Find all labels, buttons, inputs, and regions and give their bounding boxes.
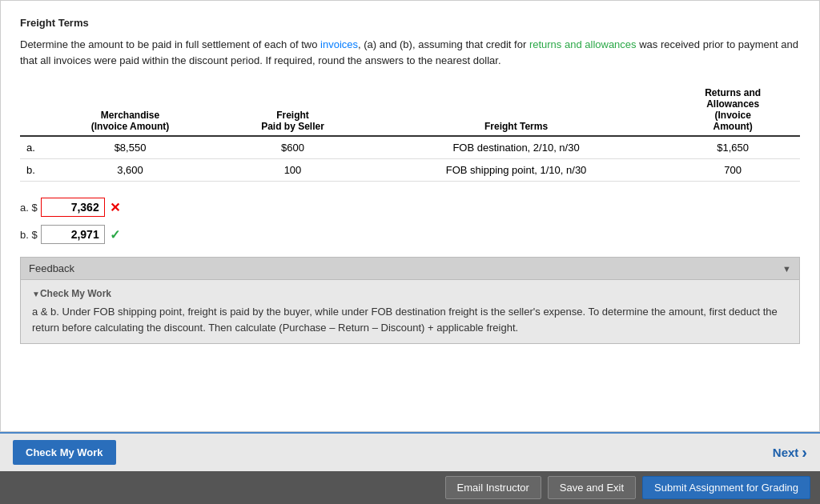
data-table: Merchandise(Invoice Amount) FreightPaid … (20, 84, 800, 182)
row-b-ra: 700 (665, 159, 800, 182)
bottom-toolbar: Check My Work Next › (0, 432, 820, 471)
invoices-link[interactable]: invoices (320, 38, 358, 50)
table-row: b. 3,600 100 FOB shipping point, 1/10, n… (20, 159, 800, 182)
email-instructor-button[interactable]: Email Instructor (445, 476, 541, 499)
row-a-freight: $600 (219, 136, 367, 159)
feedback-body: Check My Work a & b. Under FOB shipping … (21, 280, 799, 343)
instructions: Determine the amount to be paid in full … (20, 37, 800, 68)
row-b-label: b. (20, 159, 42, 182)
row-b-merchandise: 3,600 (42, 159, 219, 182)
instructions-text-before: Determine the amount to be paid in full … (20, 38, 320, 50)
col-header-freight: FreightPaid by Seller (219, 84, 367, 136)
col-header-terms: Freight Terms (367, 84, 666, 136)
col-header-merchandise: Merchandise(Invoice Amount) (42, 84, 219, 136)
next-chevron-icon: › (802, 443, 807, 462)
row-b-terms: FOB shipping point, 1/10, n/30 (367, 159, 666, 182)
row-b-freight: 100 (219, 159, 367, 182)
feedback-collapse-icon: ▼ (782, 264, 791, 274)
answer-b-status-icon: ✓ (110, 227, 120, 242)
feedback-header[interactable]: Feedback ▼ (21, 258, 799, 280)
submit-assignment-button[interactable]: Submit Assignment for Grading (642, 476, 810, 499)
row-a-label: a. (20, 136, 42, 159)
next-button[interactable]: Next › (773, 443, 807, 462)
row-a-merchandise: $8,550 (42, 136, 219, 159)
instructions-text-between: , (a) and (b), assuming that credit for (358, 38, 529, 50)
answer-b-input[interactable] (41, 225, 105, 244)
check-my-work-button[interactable]: Check My Work (13, 440, 116, 465)
answer-a-label: a. $ (20, 202, 38, 214)
ra-link[interactable]: returns and allowances (529, 38, 637, 50)
feedback-text: a & b. Under FOB shipping point, freight… (32, 304, 788, 335)
row-a-terms: FOB destination, 2/10, n/30 (367, 136, 666, 159)
main-content: Freight Terms Determine the amount to be… (0, 0, 820, 432)
footer-bar: Email Instructor Save and Exit Submit As… (0, 471, 820, 504)
save-exit-button[interactable]: Save and Exit (548, 476, 636, 499)
section-title: Freight Terms (20, 17, 800, 29)
answer-row-b: b. $ ✓ (20, 225, 800, 244)
feedback-header-label: Feedback (29, 262, 74, 274)
answer-row-a: a. $ ✕ (20, 198, 800, 217)
answer-a-input[interactable] (41, 198, 105, 217)
col-header-ra: Returns andAllowances(InvoiceAmount) (665, 84, 800, 136)
row-a-ra: $1,650 (665, 136, 800, 159)
answer-a-status-icon: ✕ (110, 200, 120, 215)
answer-b-label: b. $ (20, 229, 38, 241)
table-row: a. $8,550 $600 FOB destination, 2/10, n/… (20, 136, 800, 159)
feedback-section: Feedback ▼ Check My Work a & b. Under FO… (20, 257, 800, 344)
feedback-cmw-label: Check My Work (32, 288, 788, 299)
